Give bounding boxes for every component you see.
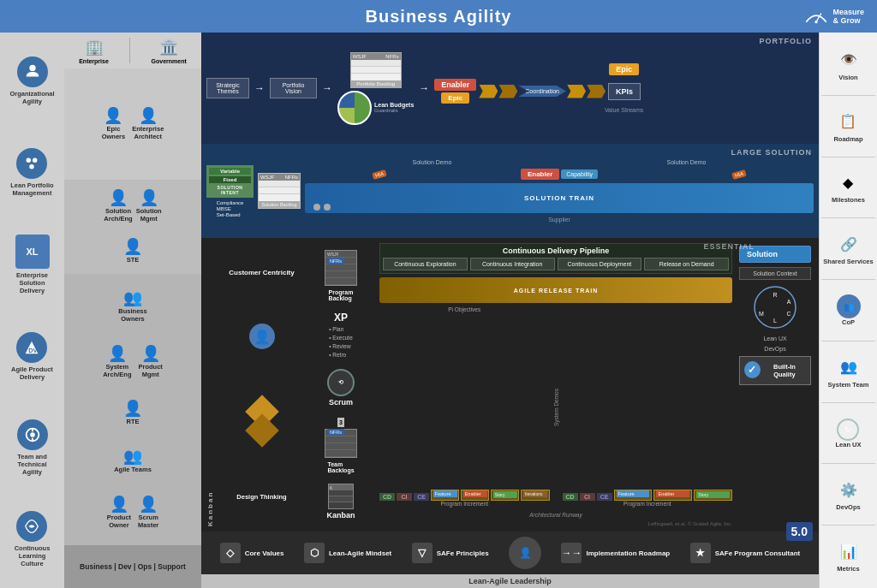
agile-product-icon: DVF: [16, 332, 47, 363]
built-quality-inner: ✓ Built-In Quality: [744, 361, 806, 380]
cop-item[interactable]: 👥 CoP: [835, 282, 862, 339]
implementation-roadmap-label: Implementation Roadmap: [586, 549, 670, 557]
ci-box-1: CI: [397, 493, 412, 501]
enabler-badge: Enabler: [434, 79, 476, 91]
epic-owners-label: EpicOwners: [102, 125, 126, 140]
fixed-label: Fixed: [209, 176, 251, 183]
continuous-integration-step: Continuous Integration: [470, 258, 555, 270]
product-owner-role: 👤 ProductOwner: [107, 496, 131, 529]
customer-person-icon: 👤: [249, 324, 275, 349]
agile-product-label: Agile ProductDelivery: [11, 365, 53, 381]
shared-services-item[interactable]: 🔗 Shared Services: [821, 220, 874, 277]
cop-label: CoP: [842, 318, 855, 326]
racle-diagram: R A C L M: [752, 284, 799, 331]
milestones-label: Milestones: [832, 196, 865, 204]
svg-text:R: R: [773, 292, 777, 298]
rte-label: RTE: [127, 418, 140, 425]
lean-agile-mindset-item[interactable]: ⬡ Lean-Agile Mindset: [304, 543, 391, 563]
supplier-label: Supplier: [305, 217, 814, 223]
enabler-area: Enabler Epic: [434, 79, 476, 104]
product-mgmt-role: 👤 ProductMgmt: [139, 346, 163, 378]
ce-box-2: CE: [597, 493, 612, 501]
tb-row: [325, 437, 356, 443]
coordination-label: Coordination: [525, 88, 559, 94]
person-icon-bottom: 👤: [515, 543, 535, 563]
iter-1: Feature: [431, 490, 459, 501]
safe-principles-icon: ▽: [412, 543, 433, 563]
system-demos-label-1: System Demos: [553, 389, 559, 426]
devops-label-sidebar: DevOps: [836, 503, 860, 511]
flow-row: Enabler Epic Coordination: [434, 79, 814, 104]
essential-roles: 👥 BusinessOwners 👤 SystemArch/Eng 👤 Prod…: [64, 274, 201, 545]
cop-icon: 👥: [837, 294, 861, 318]
main-wrapper: Business Agility Measure& Grow: [0, 0, 877, 588]
arch-runway: Architectural Runway: [379, 512, 732, 518]
safe-principles-item[interactable]: ▽ SAFe Principles: [412, 543, 489, 563]
divider-6: [821, 402, 875, 403]
devops-item[interactable]: ⚙️ DevOps: [834, 466, 863, 523]
lean-ux-item[interactable]: ↻ Lean UX: [833, 405, 862, 462]
cdp-steps: Continuous Exploration Continuous Integr…: [383, 258, 729, 270]
solution-mgmt-icon: 👤: [140, 190, 158, 205]
pi-area: Pi Objectives CD CI CE Feature: [379, 306, 732, 508]
divider-4: [821, 279, 875, 280]
product-owner-label: ProductOwner: [107, 514, 131, 529]
vision-item[interactable]: 👁️ Vision: [834, 36, 863, 93]
kb-r1: [329, 490, 353, 496]
divider: [129, 38, 130, 63]
portfolio-vision-label: Portfolio Vision: [283, 82, 305, 94]
solution-train-label: SOLUTION TRAIN: [524, 194, 594, 202]
pi1-content: CD CI CE Feature Enabler: [379, 314, 550, 501]
business-owners-icon: 👥: [123, 290, 142, 306]
ls-enabler-badge: Enabler: [521, 169, 559, 180]
continuous-learning-icon: [16, 511, 47, 542]
pb-nfr: NFRs: [385, 54, 398, 59]
xp-label: XP: [334, 312, 348, 324]
variable-label: Variable: [209, 168, 251, 175]
num-3: 3: [337, 418, 344, 427]
top-header: Business Agility Measure& Grow: [0, 0, 877, 33]
lean-agile-leadership-item[interactable]: 👤: [509, 537, 541, 569]
cd-box-2: CD: [563, 493, 578, 501]
system-team-item[interactable]: 👥 System Team: [826, 343, 871, 401]
devops-icon: ⚙️: [836, 478, 862, 502]
milestones-item[interactable]: ◆ Milestones: [830, 159, 867, 217]
svg-line-0: [816, 14, 821, 22]
feature-1: Feature: [433, 490, 457, 497]
large-solution-tier: LARGE SOLUTION Variable Fixed SOLUTION I…: [201, 144, 819, 238]
lean-agile-mindset-label: Lean-Agile Mindset: [329, 549, 391, 557]
enabler-iter: Enabler: [463, 490, 487, 497]
solution-train-area: Solution Demo Solution Demo HIA Enabler …: [305, 159, 814, 223]
program-increment-2: CD CI CE Feature Enabler: [563, 306, 733, 508]
enterprise-delivery-label: Enterprise SolutionDelivery: [3, 271, 61, 294]
pb-row3: [325, 278, 356, 285]
measure-grow[interactable]: Measure& Grow: [803, 6, 864, 27]
art-train-label: AGILE RELEASE TRAIN: [514, 288, 599, 294]
customer-label-text: Customer Centricity: [229, 269, 294, 276]
core-values-icon: ◇: [220, 543, 241, 563]
svg-text:DVF: DVF: [29, 346, 42, 353]
version-badge: 5.0: [786, 522, 813, 541]
divider-5: [821, 341, 875, 342]
arrow-right-1: →: [254, 82, 265, 94]
safe-program-consultant-item[interactable]: ★ SAFe Program Consultant: [690, 543, 801, 563]
racle-svg: R A C L M: [752, 284, 799, 331]
methods-area: WSJF NFRs ProgramBacklog XP: [307, 243, 375, 526]
train-dot-1: [313, 204, 320, 211]
po-sm-roles: 👤 ProductOwner 👤 ScrumMaster: [107, 496, 159, 529]
implementation-roadmap-item[interactable]: →→ Implementation Roadmap: [561, 543, 670, 563]
core-values-item[interactable]: ◇ Core Values: [220, 543, 284, 563]
hia-badge-1: HIA: [372, 169, 387, 180]
divider-8: [821, 525, 875, 526]
roadmap-label: Roadmap: [833, 135, 862, 143]
measure-grow-label: Measure& Grow: [832, 8, 864, 25]
system-arch-label: SystemArch/Eng: [103, 363, 131, 378]
content-area: OrganizationalAgility Lean PortfolioMana…: [0, 33, 877, 588]
metrics-item[interactable]: 📊 Metrics: [834, 527, 863, 585]
scrum-master-icon: 👤: [139, 496, 158, 512]
portfolio-backlog-kanban: WSJF NFRs Portfolio Backlog: [350, 52, 402, 88]
solution-context: Solution Context: [739, 267, 811, 280]
roadmap-item[interactable]: 📋 Roadmap: [832, 98, 864, 155]
kb-r2: [329, 496, 353, 502]
tb-row3: [325, 450, 356, 457]
